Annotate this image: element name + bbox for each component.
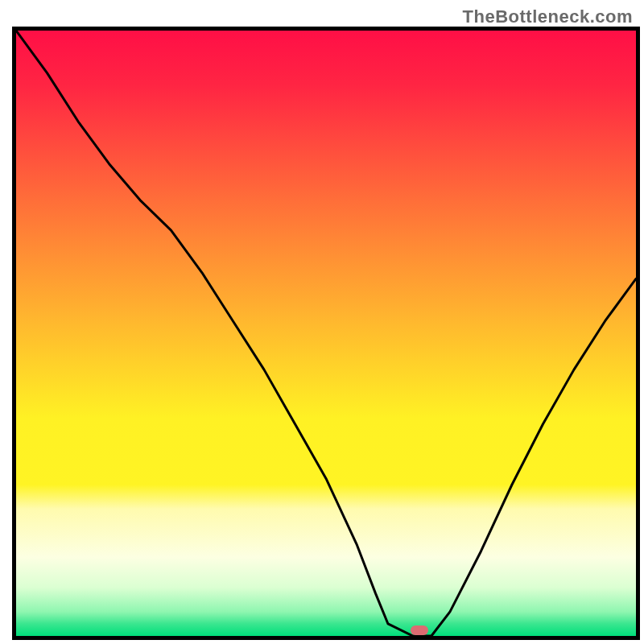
plot-background-gradient xyxy=(16,31,636,636)
optimal-point-marker xyxy=(411,625,428,635)
plot-frame xyxy=(12,27,640,640)
svg-rect-0 xyxy=(16,31,636,636)
chart-root: TheBottleneck.com xyxy=(0,0,644,644)
site-watermark: TheBottleneck.com xyxy=(463,6,633,27)
